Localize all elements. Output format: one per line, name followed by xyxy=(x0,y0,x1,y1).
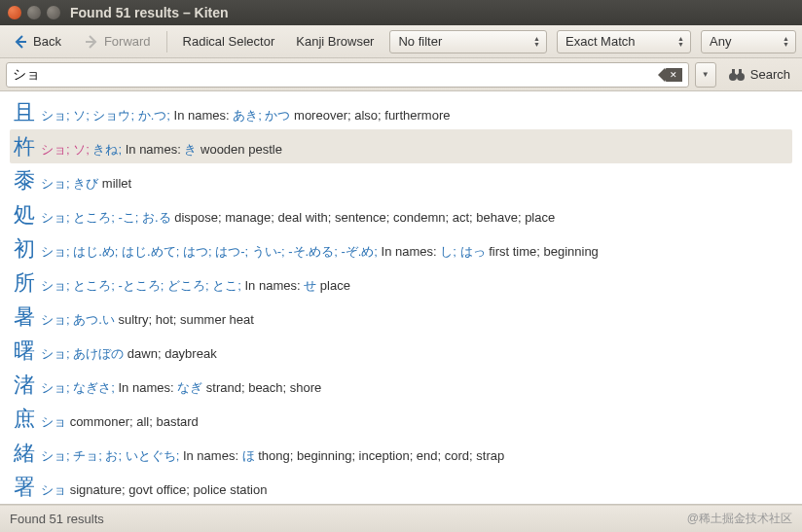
status-text: Found 51 results xyxy=(10,512,104,526)
readings: ショ; チョ; お; いとぐち; In names: ほ thong; begi… xyxy=(41,446,504,466)
svg-rect-2 xyxy=(732,69,735,74)
filter-combo[interactable]: No filter ▲▼ xyxy=(389,30,547,53)
readings: ショ; はじ.め; はじ.めて; はつ; はつ-; うい-; -そ.める; -ぞ… xyxy=(41,242,599,262)
result-row[interactable]: 渚ショ; なぎさ; In names: なぎ strand; beach; sh… xyxy=(10,368,792,402)
toolbar: Back Forward Radical Selector Kanji Brow… xyxy=(0,25,802,58)
arrow-right-icon xyxy=(83,33,100,51)
readings: ショ signature; govt office; police statio… xyxy=(41,480,267,500)
window-title: Found 51 results – Kiten xyxy=(70,5,229,20)
kanji-glyph: 所 xyxy=(14,266,35,299)
type-value: Any xyxy=(710,34,731,49)
chevron-updown-icon: ▲▼ xyxy=(783,36,789,48)
search-input[interactable] xyxy=(13,67,665,83)
result-row[interactable]: 黍ショ; きび millet xyxy=(10,163,792,197)
status-bar: Found 51 results @稀土掘金技术社区 xyxy=(0,505,802,532)
result-row[interactable]: 杵ショ; ソ; きね; In names: き wooden pestle xyxy=(10,129,792,163)
arrow-left-icon xyxy=(12,33,29,51)
result-row[interactable]: 曙ショ; あけぼの dawn; daybreak xyxy=(10,334,792,368)
svg-rect-3 xyxy=(739,69,742,74)
kanji-browser-label: Kanji Browser xyxy=(296,34,374,49)
back-label: Back xyxy=(33,34,61,49)
match-combo[interactable]: Exact Match ▲▼ xyxy=(557,30,691,53)
readings: ショ; きび millet xyxy=(41,174,131,194)
readings: ショ; なぎさ; In names: なぎ strand; beach; sho… xyxy=(41,378,321,398)
match-value: Exact Match xyxy=(565,34,636,49)
result-row[interactable]: 庶ショ commoner; all; bastard xyxy=(10,402,792,436)
binoculars-icon xyxy=(728,67,746,83)
minimize-icon[interactable] xyxy=(27,6,41,19)
kanji-glyph: 曙 xyxy=(14,335,35,367)
forward-label: Forward xyxy=(104,34,151,49)
readings: ショ; あけぼの dawn; daybreak xyxy=(41,344,217,364)
filter-value: No filter xyxy=(398,34,442,49)
separator xyxy=(166,31,167,53)
chevron-updown-icon: ▲▼ xyxy=(677,36,684,48)
result-row[interactable]: 初ショ; はじ.め; はじ.めて; はつ; はつ-; うい-; -そ.める; -… xyxy=(10,231,792,266)
kanji-glyph: 暑 xyxy=(14,301,35,333)
results-pane[interactable]: 且ショ; ソ; ショウ; か.つ; In names: あき; かつ moreo… xyxy=(0,91,802,505)
maximize-icon[interactable] xyxy=(47,6,60,19)
result-row[interactable]: 且ショ; ソ; ショウ; か.つ; In names: あき; かつ moreo… xyxy=(10,95,792,129)
result-row[interactable]: 緒ショ; チョ; お; いとぐち; In names: ほ thong; beg… xyxy=(10,436,792,470)
kanji-glyph: 且 xyxy=(14,96,35,128)
result-row[interactable]: 処ショ; ところ; -こ; お.る dispose; manage; deal … xyxy=(10,197,792,231)
radical-selector-label: Radical Selector xyxy=(183,34,275,49)
kanji-glyph: 黍 xyxy=(14,164,35,196)
kanji-browser-button[interactable]: Kanji Browser xyxy=(290,31,380,52)
readings: ショ; ところ; -ところ; どころ; とこ; In names: せ plac… xyxy=(41,276,350,296)
readings: ショ; ところ; -こ; お.る dispose; manage; deal w… xyxy=(41,208,555,228)
result-row[interactable]: 署ショ signature; govt office; police stati… xyxy=(10,470,792,504)
chevron-updown-icon: ▲▼ xyxy=(533,36,540,48)
watermark: @稀土掘金技术社区 xyxy=(687,511,792,527)
kanji-glyph: 初 xyxy=(14,232,35,265)
back-button[interactable]: Back xyxy=(6,30,67,53)
search-label: Search xyxy=(750,67,790,82)
kanji-glyph: 処 xyxy=(14,198,35,231)
kanji-glyph: 渚 xyxy=(14,369,35,401)
search-bar: ✕ ▼ Search xyxy=(0,58,802,91)
readings: ショ; ソ; きね; In names: き wooden pestle xyxy=(41,140,282,160)
search-history-dropdown[interactable]: ▼ xyxy=(695,62,716,88)
readings: ショ commoner; all; bastard xyxy=(41,412,199,432)
titlebar: Found 51 results – Kiten xyxy=(0,0,802,25)
readings: ショ; ソ; ショウ; か.つ; In names: あき; かつ moreov… xyxy=(41,106,450,125)
result-row[interactable]: 暑ショ; あつ.い sultry; hot; summer heat xyxy=(10,300,792,334)
result-row[interactable]: 所ショ; ところ; -ところ; どころ; とこ; In names: せ pla… xyxy=(10,266,792,300)
svg-rect-4 xyxy=(735,75,739,77)
clear-icon[interactable]: ✕ xyxy=(665,68,682,82)
radical-selector-button[interactable]: Radical Selector xyxy=(177,31,281,52)
close-icon[interactable] xyxy=(8,6,21,19)
search-button[interactable]: Search xyxy=(722,64,796,86)
kanji-glyph: 杵 xyxy=(14,130,35,162)
window-controls xyxy=(8,6,60,19)
search-input-wrap: ✕ xyxy=(6,62,689,88)
readings: ショ; あつ.い sultry; hot; summer heat xyxy=(41,310,254,330)
type-combo[interactable]: Any ▲▼ xyxy=(701,30,796,53)
kanji-glyph: 庶 xyxy=(14,403,35,435)
forward-button: Forward xyxy=(77,30,157,53)
kanji-glyph: 緒 xyxy=(14,437,35,469)
kanji-glyph: 署 xyxy=(14,471,35,503)
